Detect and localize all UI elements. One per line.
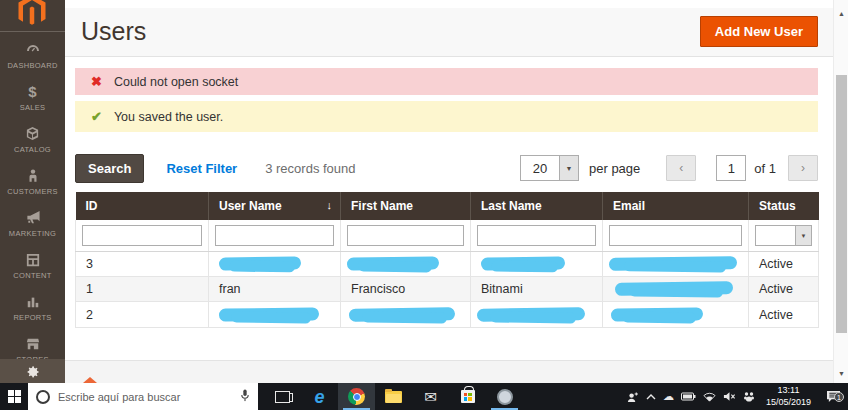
filter-firstname-input[interactable] (347, 225, 464, 246)
error-message-banner: ✖ Could not open socket (75, 68, 818, 95)
defender-icon[interactable] (743, 391, 755, 403)
column-header-id[interactable]: ID (76, 192, 209, 220)
chevron-down-icon: ▼ (795, 226, 811, 245)
filter-id-input[interactable] (82, 225, 202, 246)
wifi-icon[interactable] (703, 391, 716, 402)
sidebar-item-customers[interactable]: CUSTOMERS (0, 158, 65, 200)
taskbar-search-box[interactable]: Escribe aquí para buscar (28, 383, 258, 410)
cell-email-redacted (603, 252, 749, 277)
page-number-input[interactable] (716, 155, 746, 181)
sidebar-item-marketing[interactable]: MARKETING (0, 200, 65, 242)
start-button[interactable] (0, 383, 28, 410)
cell-id: 3 (76, 252, 209, 277)
vertical-scrollbar[interactable]: ▲ ▼ (833, 0, 848, 383)
users-table: ID User Name↓ First Name Last Name Email… (75, 192, 819, 328)
cell-lastname: Bitnami (471, 277, 603, 302)
sidebar-item-content[interactable]: CONTENT (0, 242, 65, 284)
sidebar-item-label: DASHBOARD (7, 61, 57, 70)
filter-email-input[interactable] (609, 225, 742, 246)
filter-username-input[interactable] (215, 225, 334, 246)
action-center-button[interactable]: 1 (822, 390, 844, 403)
clock-time: 13:11 (766, 385, 811, 396)
column-header-username[interactable]: User Name↓ (209, 192, 341, 220)
redaction-blob (219, 257, 301, 271)
dollar-icon: $ (28, 83, 36, 100)
table-row[interactable]: 1 fran Francisco Bitnami Active (76, 277, 819, 302)
redaction-blob (219, 307, 319, 321)
scrollbar-thumb[interactable] (836, 75, 847, 333)
file-explorer-button[interactable] (375, 383, 412, 410)
edge-app-button[interactable]: e (301, 383, 338, 410)
column-header-status[interactable]: Status (749, 192, 819, 220)
scroll-down-arrow-icon[interactable]: ▼ (834, 366, 848, 381)
chrome-icon (348, 388, 365, 405)
magento-logo[interactable] (0, 0, 65, 32)
filter-status-select[interactable]: ▼ (755, 225, 812, 246)
store-app-button[interactable] (449, 383, 486, 410)
gauge-icon (25, 41, 41, 58)
column-header-firstname[interactable]: First Name (341, 192, 471, 220)
cell-email-redacted (603, 302, 749, 327)
table-row[interactable]: 3 Active (76, 252, 819, 277)
chevron-down-icon[interactable]: ▼ (559, 156, 578, 180)
column-header-lastname[interactable]: Last Name (471, 192, 603, 220)
cell-username-redacted (209, 302, 341, 327)
table-row[interactable]: 2 Active (76, 302, 819, 327)
next-page-button[interactable]: › (788, 155, 818, 181)
notification-badge: 1 (834, 392, 844, 402)
filter-lastname-input[interactable] (477, 225, 596, 246)
add-new-user-button[interactable]: Add New User (700, 16, 818, 47)
sidebar-item-dashboard[interactable]: DASHBOARD (0, 32, 65, 74)
sidebar-item-label: CATALOG (14, 145, 51, 154)
sort-desc-icon: ↓ (327, 199, 333, 211)
hidden-icons-chevron[interactable] (646, 393, 656, 400)
people-icon[interactable] (626, 391, 639, 403)
redaction-blob (615, 282, 733, 297)
cell-lastname-redacted (471, 252, 603, 277)
microphone-icon[interactable] (240, 388, 250, 406)
sidebar-item-system-settings[interactable] (0, 359, 65, 383)
per-page-select[interactable]: 20 ▼ (520, 155, 579, 181)
page-of-label: of 1 (754, 161, 776, 176)
onedrive-cloud-icon[interactable]: ☁ (663, 390, 674, 403)
redaction-blob (349, 307, 455, 321)
sidebar-item-sales[interactable]: $ SALES (0, 74, 65, 116)
edge-icon: e (314, 388, 324, 406)
cell-id: 1 (76, 277, 209, 302)
sidebar-item-reports[interactable]: REPORTS (0, 284, 65, 326)
scroll-up-arrow-icon[interactable]: ▲ (834, 6, 848, 21)
admin-main-panel: Users Add New User ✖ Could not open sock… (65, 0, 833, 383)
mail-app-button[interactable]: ✉ (412, 383, 449, 410)
admin-sidebar: DASHBOARD $ SALES CATALOG CUSTOMERS MARK… (0, 0, 65, 383)
sidebar-item-catalog[interactable]: CATALOG (0, 116, 65, 158)
envelope-icon: ✉ (424, 389, 437, 404)
chrome-app-button[interactable] (338, 383, 375, 410)
per-page-value: 20 (521, 156, 559, 180)
column-header-email[interactable]: Email (603, 192, 749, 220)
sidebar-item-label: REPORTS (13, 313, 51, 322)
task-view-button[interactable] (264, 383, 301, 410)
filter-row: ▼ (76, 220, 819, 252)
previous-page-button[interactable]: ‹ (666, 155, 696, 181)
cell-status: Active (749, 277, 819, 302)
running-app-button[interactable] (486, 383, 523, 410)
clock-date: 15/05/2019 (766, 397, 811, 408)
x-icon: ✖ (91, 74, 102, 89)
reset-filter-link[interactable]: Reset Filter (166, 161, 237, 176)
system-tray: ☁ 13:11 15/05/2019 1 (626, 383, 848, 410)
megaphone-icon (25, 209, 41, 226)
store-icon (461, 390, 475, 403)
search-button[interactable]: Search (75, 154, 144, 183)
volume-muted-icon[interactable] (723, 391, 736, 402)
taskbar-clock[interactable]: 13:11 15/05/2019 (766, 385, 811, 408)
taskbar-search-placeholder: Escribe aquí para buscar (58, 391, 236, 403)
page-title: Users (81, 17, 146, 46)
per-page-label: per page (589, 161, 640, 176)
page-content: ✖ Could not open socket ✔ You saved the … (65, 57, 833, 328)
battery-icon[interactable] (681, 392, 696, 401)
cell-firstname: Francisco (341, 277, 471, 302)
redaction-blob (611, 307, 703, 321)
success-message-text: You saved the user. (114, 110, 223, 124)
bar-chart-icon (26, 293, 40, 310)
sidebar-item-label: CONTENT (13, 271, 51, 280)
